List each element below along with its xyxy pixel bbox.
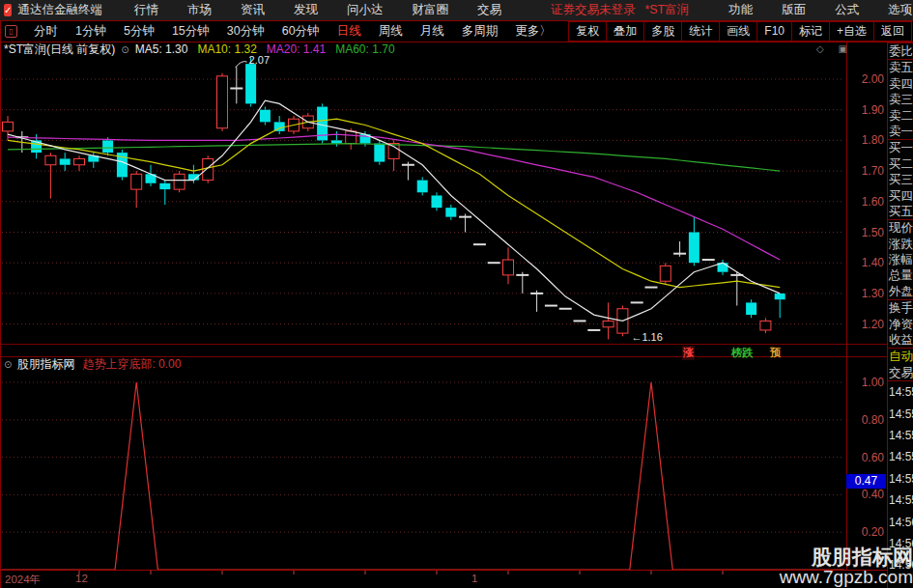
kline-chart-canvas[interactable]: 2.07←1.16 [0,0,913,588]
price-axis-label: 1.20 [847,318,884,331]
chart-title: *ST富润(日线 前复权) [4,42,115,58]
chart-corner-icons[interactable]: ◇ ▣ [816,43,853,54]
candle-up [217,76,228,128]
collapse-circle-icon[interactable]: ⊙ [121,44,128,55]
tag-limit-up[interactable]: 涨 [682,346,695,360]
ma5-line [8,100,780,321]
tdx-terminal-window: ✓ 通达信金融终端 行情 市场 资讯 发现 问小达 财富圈 交易 证券交易未登录… [0,0,913,588]
x-axis-year-label: 2024年 [5,573,41,587]
tick-time-row: 14:55 [888,468,913,490]
quote-row-9: 买四 [888,188,913,204]
quote-row-6: 买一 [888,139,913,155]
low-price-annotation: ←1.16 [631,331,662,343]
signal-current-value-marker: 0.47 [846,474,886,489]
ma20-label: MA20: 1.41 [267,42,326,56]
price-axis-label: 1.60 [847,195,884,209]
quote-row-5: 卖一 [888,124,913,139]
candle-up [503,260,514,275]
candle-up [603,321,613,326]
signal-axis-label: 0.80 [847,413,884,427]
quote-row-7: 买二 [888,156,913,172]
price-axis-label: 1.80 [847,133,884,147]
tick-time-row: 14:55 [888,425,913,446]
candle-down [260,110,271,123]
tick-time-row: 14:55 [888,404,913,425]
price-axis-label: 1.90 [847,103,884,117]
price-axis-label: 1.30 [847,287,884,300]
chart-title-row: *ST富润(日线 前复权) ⊙ MA5: 1.30 MA10: 1.32 MA2… [4,42,395,56]
quote-row-14: 总量 [888,267,913,283]
tick-time-row: 14:56 [888,512,913,533]
quote-row-15: 外盘 [888,284,913,299]
tag-board-drop[interactable]: 榜跌 [730,346,754,360]
quote-row-16: 换手 [888,299,913,316]
tick-time-row: 14:55 [888,446,913,467]
price-axis-label: 1.50 [847,226,884,239]
candle-down [374,144,385,162]
x-axis-month12-label: 12 [75,573,88,584]
candle-up [760,321,771,330]
signal-axis-label: 1.00 [847,376,884,389]
candle-down [417,181,428,193]
candle-up [660,266,670,281]
auto-trade-label[interactable]: 自动 [888,348,913,364]
tag-forecast[interactable]: 预 [769,346,782,360]
candle-down [746,302,756,315]
auto-trade-label[interactable]: 交易 [888,365,913,380]
ma10-label: MA10: 1.32 [197,42,256,56]
high-annotation-leader [236,62,247,68]
frame-left-border [0,20,1,588]
quote-row-8: 买三 [888,172,913,187]
x-axis-month1-label: 1 [471,573,477,584]
candle-down [60,158,71,164]
indicator-header: ⊙ 股朋指标网 趋势上穿底部: 0.00 [4,358,181,371]
quote-row-2: 卖四 [888,76,913,92]
tick-time-row: 14:55 [888,380,913,403]
candle-up [388,144,399,159]
quote-row-0: 委比 [888,42,913,59]
candle-up [174,174,185,189]
quote-row-18: 收益 [888,332,913,348]
ma60-label: MA60: 1.70 [335,42,394,56]
indicator-source: 股朋指标网 [16,356,74,373]
indicator-name-value: 趋势上穿底部: 0.00 [82,356,181,373]
candle-down [102,140,113,153]
candle-down [445,208,456,217]
quote-row-11: 现价 [888,219,913,236]
site-watermark: 股朋指标网 www.7gpzb.com [780,546,913,587]
ma5-label: MA5: 1.30 [135,42,188,56]
price-axis-label: 2.00 [847,72,884,86]
signal-axis-label: 0.60 [847,451,884,464]
candle-up [131,174,142,189]
candle-up [45,155,56,165]
signal-axis-label: 0.40 [847,488,884,501]
quote-row-13: 涨幅 [888,252,913,267]
price-axis-label: 1.40 [847,256,884,269]
quote-row-10: 买五 [888,204,913,219]
quote-row-1: 卖五 [888,59,913,75]
x-axis-line [0,570,887,571]
candle-up [203,158,214,180]
signal-series-line [2,382,844,570]
quote-row-17: 净资 [888,317,913,332]
quote-row-4: 卖二 [888,108,913,124]
tick-time-row: 14:55 [888,490,913,511]
signal-axis-label: 0.20 [847,525,884,539]
main-chart-bottom-border [0,344,887,345]
quote-side-column[interactable]: 委比卖五卖四卖三卖二卖一买一买二买三买四买五现价涨跌涨幅总量外盘换手净资收益自动… [888,42,913,588]
candle-up [346,131,357,144]
candle-down [331,140,342,143]
quote-row-3: 卖三 [888,92,913,107]
candle-down [159,183,170,189]
quote-row-12: 涨跌 [888,237,913,252]
candle-down [689,233,699,264]
candle-up [3,122,14,131]
indicator-collapse-icon[interactable]: ⊙ [4,359,12,370]
candle-up [74,158,85,164]
candle-down [432,195,442,208]
candle-down [245,64,256,103]
watermark-site-name: 股朋指标网 [780,546,913,568]
candle-down [775,294,785,299]
price-axis-label: 1.70 [847,164,884,178]
watermark-site-url: www.7gpzb.com [780,568,913,587]
